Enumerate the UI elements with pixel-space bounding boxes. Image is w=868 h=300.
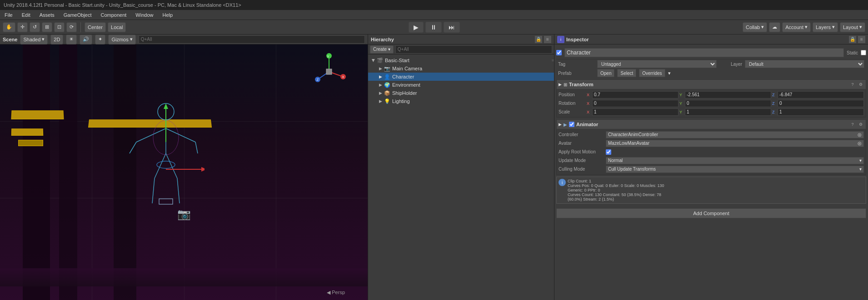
rot-y-input[interactable]: [685, 100, 771, 107]
hierarchy-search[interactable]: [395, 45, 552, 54]
lighting-toggle[interactable]: ☀: [66, 34, 77, 44]
character-label: Character: [392, 74, 414, 79]
tag-dropdown[interactable]: Untagged: [597, 60, 717, 68]
stream-text: (60.0%) Stream: 2 (1.5%): [568, 197, 664, 202]
shaded-dropdown[interactable]: Shaded ▾: [20, 34, 48, 44]
menu-file[interactable]: File: [3, 11, 15, 19]
rot-z-input[interactable]: [778, 100, 864, 107]
collab-button[interactable]: Collab ▾: [743, 22, 767, 32]
hier-lighting[interactable]: ▶ 💡 Lighting: [368, 97, 554, 105]
coords-local-btn[interactable]: Local: [108, 22, 126, 32]
transform-settings-btn[interactable]: ⚙: [858, 81, 864, 88]
pivot-center-btn[interactable]: Center: [85, 22, 106, 32]
separator-1: [80, 22, 81, 32]
culling-mode-value-text: Cull Update Transforms: [608, 167, 656, 172]
hier-shipholder[interactable]: ▶ 📦 ShipHolder: [368, 89, 554, 97]
root-motion-row: Apply Root Motion: [559, 148, 864, 156]
inspector-panel: i Inspector 🔒 ≡ Static Tag Untagged Laye…: [554, 34, 868, 300]
curves-count-text: Curves Count: 130 Constant: 50 (38.5%) D…: [568, 192, 664, 197]
layer-dropdown[interactable]: Default: [745, 60, 864, 68]
scene-search[interactable]: [139, 35, 365, 44]
hier-environment[interactable]: ▶ 🌍 Environment: [368, 81, 554, 89]
pause-button[interactable]: ⏸: [425, 22, 442, 33]
gizmos-btn[interactable]: Gizmos ▾: [108, 34, 135, 44]
rot-x-field: X: [587, 100, 678, 107]
toolbar-scale-tool[interactable]: ⊞: [42, 22, 52, 32]
transform-grid: Position X Y Z Rotatio: [556, 89, 866, 118]
layout-button[interactable]: Layout ▾: [840, 22, 865, 32]
menu-gameobject[interactable]: GameObject: [62, 11, 94, 19]
menu-component[interactable]: Component: [99, 11, 128, 19]
menu-window[interactable]: Window: [134, 11, 155, 19]
toolbar-hand-tool[interactable]: ✋: [3, 22, 15, 32]
culling-mode-value[interactable]: Cull Update Transforms ▾: [606, 166, 864, 173]
create-label: Create: [373, 47, 387, 52]
platform-1: [11, 110, 64, 119]
scene-root[interactable]: ▶ 🎬 Basic-Start ≡: [368, 56, 554, 64]
menu-edit[interactable]: Edit: [20, 11, 32, 19]
create-dropdown[interactable]: Create ▾: [370, 45, 394, 54]
scale-y-input[interactable]: [685, 108, 771, 116]
scene-expand-icon: ▶: [371, 59, 376, 62]
object-name-input[interactable]: [564, 48, 844, 57]
effects-toggle[interactable]: ✦: [95, 34, 105, 44]
toolbar-transform-tool[interactable]: ⟳: [66, 22, 77, 32]
animator-active-checkbox[interactable]: [569, 122, 574, 127]
update-mode-value[interactable]: Normal ▾: [606, 157, 864, 164]
hier-main-camera[interactable]: ▶ 📷 Main Camera: [368, 64, 554, 73]
scale-x-input[interactable]: [592, 108, 678, 116]
scale-z-field: Z: [772, 108, 864, 116]
scale-row: Scale X Y Z: [559, 108, 864, 116]
account-button[interactable]: Account ▾: [782, 22, 811, 32]
ship-expand-icon: ▶: [379, 91, 382, 95]
hier-character[interactable]: ▶ 👤 Character: [368, 73, 554, 81]
scale-z-input[interactable]: [778, 108, 864, 116]
info-text: Clip Count: 1 Curves Pos: 0 Quat: 0 Eule…: [568, 179, 664, 202]
platform-4: [18, 140, 43, 146]
audio-toggle[interactable]: 🔊: [80, 34, 92, 44]
inspector-lock-btn[interactable]: 🔒: [849, 36, 856, 43]
controller-value[interactable]: CharacterAnimController ◎: [606, 131, 864, 138]
svg-marker-12: [164, 103, 168, 109]
apply-root-checkbox[interactable]: [606, 149, 611, 155]
animator-settings-btn[interactable]: ⚙: [858, 121, 864, 128]
object-active-checkbox[interactable]: [556, 50, 562, 55]
persp-label: ◀ Persp: [327, 290, 345, 295]
hierarchy-menu-btn[interactable]: ≡: [544, 36, 551, 43]
toolbar-rect-tool[interactable]: ⊡: [54, 22, 65, 32]
play-button[interactable]: ▶: [409, 22, 424, 33]
add-component-btn[interactable]: Add Component: [556, 208, 866, 218]
grid-v3: [276, 44, 276, 300]
menu-help[interactable]: Help: [160, 11, 175, 19]
gizmo-widget: Y X Z: [309, 51, 349, 92]
static-checkbox[interactable]: [861, 50, 866, 55]
scene-title: Scene: [3, 37, 17, 42]
pos-y-input[interactable]: [685, 91, 771, 98]
camera-icon: 📷: [177, 208, 191, 221]
tag-layer-row: Tag Untagged Layer Default: [556, 59, 866, 69]
pos-x-input[interactable]: [592, 91, 678, 98]
lighting-expand-icon: ▶: [379, 99, 382, 103]
hierarchy-lock-btn[interactable]: 🔒: [535, 36, 542, 43]
select-prefab-btn[interactable]: Select: [617, 69, 636, 77]
avatar-value[interactable]: MazeLowManAvatar ◎: [606, 140, 864, 147]
menu-bar: File Edit Assets GameObject Component Wi…: [0, 10, 868, 20]
overrides-btn[interactable]: Overrides: [639, 69, 665, 77]
toolbar-move-tool[interactable]: ✛: [17, 22, 28, 32]
menu-assets[interactable]: Assets: [38, 11, 56, 19]
cloud-button[interactable]: ☁: [769, 22, 780, 32]
step-button[interactable]: ⏭: [444, 22, 460, 33]
scene-canvas[interactable]: 📷 Y X Z: [0, 44, 368, 300]
rot-x-input[interactable]: [592, 100, 678, 107]
svg-rect-26: [326, 69, 332, 74]
pos-z-input[interactable]: [778, 91, 864, 98]
toolbar-rotate-tool[interactable]: ↺: [30, 22, 40, 32]
open-prefab-btn[interactable]: Open: [597, 69, 614, 77]
inspector-menu-btn[interactable]: ≡: [858, 36, 865, 43]
hierarchy-panel: Hierarchy 🔒 ≡ Create ▾ ▶ 🎬 Basic-Start ≡…: [368, 34, 554, 300]
transform-help-btn[interactable]: ?: [849, 81, 856, 88]
layers-button[interactable]: Layers ▾: [813, 22, 838, 32]
animator-help-btn[interactable]: ?: [849, 121, 856, 128]
2d-button[interactable]: 2D: [50, 34, 63, 44]
inspector-icon-label: i: [560, 37, 561, 42]
